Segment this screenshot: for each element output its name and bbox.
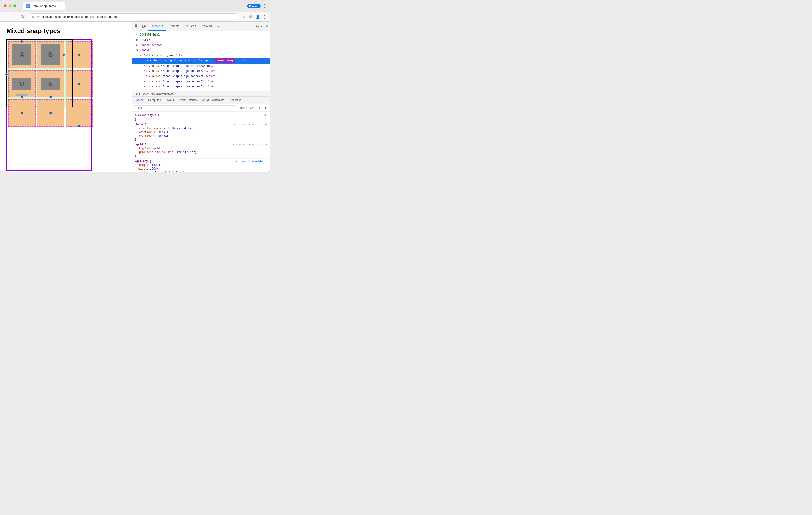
profile-icon[interactable]: 👤 [255,14,261,20]
filter-input[interactable] [134,105,236,110]
svg-rect-4 [145,26,145,27]
css-prop-value-border[interactable]: 1px solid [155,171,171,172]
css-prop-value-scroll-snap-type[interactable]: both mandatory; [168,127,193,130]
css-source-both[interactable]: css-scroll-snap.html:29 [232,123,267,126]
css-prop-value-width[interactable]: 150px; [150,167,160,170]
tab-close-button[interactable]: ✕ [58,4,61,8]
css-source-grid[interactable]: css-scroll-snap.html:15 [232,143,267,146]
css-prop-value-border-color[interactable]: black; [176,171,186,172]
css-prop-name-display[interactable]: display: [138,147,152,150]
aa-icon: AA [264,113,267,118]
dom-div-b[interactable]: <div class="item snap-align-center">B</d… [132,68,270,74]
css-selector-element-style[interactable]: element.style { [135,114,160,117]
tab-network[interactable]: Network [199,22,215,31]
panel-tab-properties[interactable]: Properties [227,96,244,105]
css-close-brace-both: } [135,138,136,141]
color-swatch-black[interactable] [172,171,174,172]
css-prop-display: display: grid; [135,147,267,150]
dom-div-e[interactable]: <div class="item snap-align-center">E</d… [132,84,270,89]
devtools-menu-icon[interactable]: ⋮ [259,24,263,29]
tab-console[interactable]: Console [166,22,182,31]
dom-div-a[interactable]: <div class="item snap-align-start">A</di… [132,63,270,68]
css-selector-gallery[interactable]: .gallery { [135,160,151,163]
cls-filter-button[interactable]: .cls [248,106,256,110]
tab-sources[interactable]: Sources [182,22,199,31]
css-prop-name-border[interactable]: border: [138,171,150,172]
bookmarks-icon[interactable]: ☆ [241,14,246,20]
back-button[interactable]: ← [3,13,9,20]
tab-elements[interactable]: Elements [148,22,166,31]
more-menu-icon[interactable]: ⋮ [262,3,266,8]
css-close-brace-grid: } [135,154,136,158]
toggle-sidebar-icon[interactable]: ◧ [264,106,268,110]
active-tab[interactable]: S Scroll Snap Demo ✕ [23,2,65,10]
panel-tab-more-icon[interactable]: » [244,98,246,102]
css-prop-name-overflow-y[interactable]: overflow-y: [138,135,156,138]
maximize-button[interactable] [13,4,17,7]
hov-filter-button[interactable]: :hov [238,106,246,110]
nav-more-icon[interactable]: ⋮ [262,14,267,20]
panel-tab-layout[interactable]: Layout [163,96,176,105]
css-prop-value-overflow-y[interactable]: scroll; [158,135,170,138]
devtools-tabs: Elements Console Sources Network » [148,22,255,31]
close-button[interactable] [4,4,7,7]
reload-button[interactable]: ↻ [20,13,26,20]
dom-h3[interactable]: <h3>Mixed snap types</h3> [132,53,270,58]
panel-tab-computed[interactable]: Computed [146,96,163,105]
dom-div-c[interactable]: <div class="item snap-align-center">C</d… [132,74,270,79]
devtools-close-icon[interactable]: ✕ [265,24,268,29]
dom-head[interactable]: ▶ <head>…</head> [132,43,270,48]
snap-item-G [8,99,35,126]
css-prop-value-height[interactable]: 150px; [152,164,162,167]
css-prop-width: width: 150px; [135,167,267,171]
css-rule-element-style-header: element.style { AA [135,113,267,118]
css-selector-grid[interactable]: .grid { [135,143,146,146]
css-prop-name-scroll-snap-type[interactable]: scroll-snap-type: [138,127,167,130]
new-tab-button[interactable]: + [66,3,72,9]
navigation-bar: ← → ↻ 🔒 mathiasbynens.github.io/css-dbg-… [0,12,270,22]
badge-grid: grid [204,58,213,63]
css-prop-name-width[interactable]: width: [138,167,148,170]
devtools-settings-icon[interactable]: ⚙ [256,24,259,28]
extensions-icon[interactable]: 🧩 [248,14,254,20]
doctype-text: <!DOCTYPE html> [137,33,162,36]
lock-icon: 🔒 [31,15,35,19]
dom-div-d[interactable]: <div class="item snap-align-center">D</d… [132,79,270,84]
devtools-more-tabs-icon[interactable]: » [215,25,221,28]
snap-item-C [66,41,93,68]
browser-window: S Scroll Snap Demo ✕ + Paused ⋮ ← → ↻ 🔒 … [0,0,270,172]
address-bar[interactable]: 🔒 mathiasbynens.github.io/css-dbg-storie… [28,13,239,20]
css-selector-both[interactable]: .both { [135,123,146,126]
breadcrumb-div[interactable]: div.gallery.grid.both [151,92,175,95]
dom-tree: <!DOCTYPE html> ▶ <html> ▶ <head>…</head… [132,31,270,91]
css-rule-element-style: element.style { AA } [132,112,270,122]
breadcrumb-body[interactable]: body [143,92,149,95]
dom-eq-marker: == $0 [237,59,244,62]
panel-tab-event-listeners[interactable]: Event Listeners [176,96,200,105]
css-prop-name-height[interactable]: height: [138,164,150,167]
forward-button[interactable]: → [11,13,18,20]
css-prop-name-grid-template-columns[interactable]: grid-template-columns: [138,151,175,154]
nav-actions: ☆ 🧩 👤 ⋮ [241,14,267,20]
css-prop-value-display[interactable]: grid; [153,147,162,150]
css-source-gallery[interactable]: css-scroll-snap.html:4 [234,160,267,163]
panel-tab-styles[interactable]: Styles [134,96,146,105]
css-prop-value-overflow-x[interactable]: scroll; [158,131,170,134]
dom-body[interactable]: ▼ <body> [132,48,270,53]
minimize-button[interactable] [8,4,11,7]
css-prop-overflow-y: overflow-y: scroll; [135,134,267,138]
device-toolbar-icon[interactable] [141,23,147,30]
css-prop-border: border: ▶ 1px solid black; [135,171,267,172]
dom-doctype: <!DOCTYPE html> [132,32,270,37]
css-prop-height: height: 150px; [135,163,267,167]
panel-tab-dom-breakpoints[interactable]: DOM Breakpoints [200,96,227,105]
css-rule-both-header: .both { css-scroll-snap.html:29 [135,123,267,126]
dom-html[interactable]: ▶ <html> [132,37,270,42]
svg-rect-3 [143,25,144,27]
dom-selected-div[interactable]: ... ▼ <div class="gallery grid both"> gr… [132,58,270,63]
css-prop-value-grid-template-columns[interactable]: 1fr 1fr 1fr; [177,151,197,154]
add-style-rule-icon[interactable]: + [257,106,262,110]
element-picker-icon[interactable] [134,23,140,30]
css-prop-name-overflow-x[interactable]: overflow-x: [138,131,156,134]
breadcrumb-html[interactable]: html [135,92,140,95]
